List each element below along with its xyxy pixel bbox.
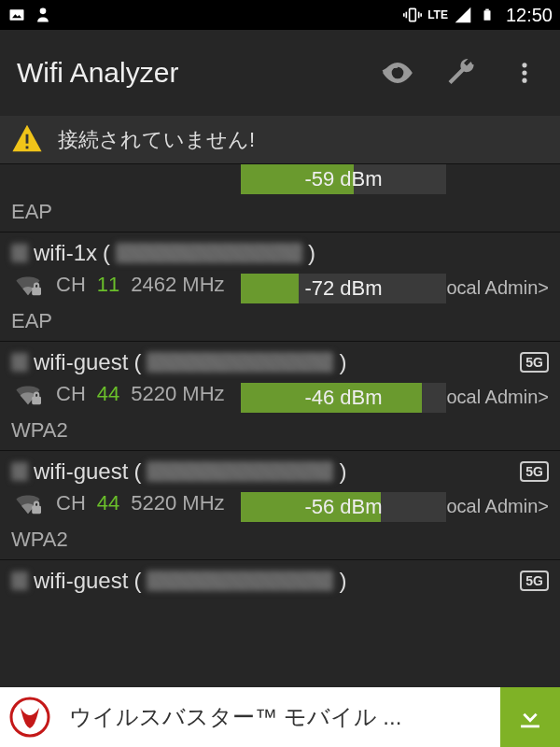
signal-bar: -72 dBm <box>241 274 446 303</box>
ch-label: CH <box>56 491 86 515</box>
network-list[interactable]: -59 dBm EAP wifi-1x () <Local Admin> CH … <box>0 164 560 687</box>
network-item[interactable]: wifi-guest () 5G <box>0 560 560 605</box>
signal-bar: -59 dBm <box>241 164 446 194</box>
ch-label: CH <box>56 273 86 297</box>
signal-bar: -56 dBm <box>241 492 446 522</box>
hidden-mac <box>116 243 302 263</box>
hidden-prefix <box>11 244 28 262</box>
security-label: EAP <box>11 200 549 224</box>
signal-dbm: -46 dBm <box>241 383 446 413</box>
hidden-prefix <box>11 353 28 372</box>
ssid-name: wifi-guest <box>34 349 128 375</box>
band-badge: 5G <box>520 352 549 373</box>
wifi-lock-icon <box>11 490 45 516</box>
signal-icon <box>454 6 472 24</box>
warning-bar: 接続されていません! <box>0 116 560 164</box>
ad-text: ウイルスバスター™ モバイル ... <box>60 702 500 732</box>
frequency: 5220 MHz <box>131 491 224 515</box>
warning-text: 接続されていません! <box>58 126 255 154</box>
svg-rect-0 <box>10 9 24 21</box>
band-badge: 5G <box>520 571 549 591</box>
ch-label: CH <box>56 382 86 406</box>
channel-number: 44 <box>97 491 119 515</box>
frequency: 5220 MHz <box>131 382 224 406</box>
svg-rect-3 <box>410 8 416 21</box>
svg-point-14 <box>522 78 526 83</box>
hidden-mac <box>147 352 333 373</box>
overflow-menu-button[interactable] <box>506 54 543 92</box>
network-item[interactable]: wifi-guest () 5G <Local Admin> CH 44 522… <box>0 342 560 451</box>
channel-number: 11 <box>97 273 119 297</box>
svg-point-13 <box>522 70 526 75</box>
svg-rect-21 <box>35 393 38 399</box>
signal-dbm: -56 dBm <box>241 492 446 522</box>
network-item[interactable]: -59 dBm EAP <box>0 164 560 233</box>
ad-banner[interactable]: ウイルスバスター™ モバイル ... <box>0 687 560 747</box>
frequency: 2462 MHz <box>131 273 224 297</box>
hidden-mac <box>147 571 333 591</box>
ad-app-icon <box>0 687 60 747</box>
svg-point-2 <box>40 8 47 15</box>
ssid-name: wifi-1x <box>34 240 97 266</box>
clock: 12:50 <box>506 5 553 26</box>
security-label: EAP <box>11 309 549 333</box>
hidden-prefix <box>11 462 28 481</box>
band-badge: 5G <box>520 461 549 482</box>
lte-label: LTE <box>427 8 448 21</box>
image-icon <box>7 6 26 24</box>
network-item[interactable]: wifi-1x () <Local Admin> CH 11 2462 MHz … <box>0 233 560 342</box>
app-bar: Wifi Analyzer <box>0 30 560 116</box>
hidden-prefix <box>11 571 28 590</box>
warning-icon <box>11 122 43 158</box>
ssid-name: wifi-guest <box>34 568 128 594</box>
vibrate-icon <box>403 6 422 24</box>
svg-rect-23 <box>35 502 38 508</box>
hidden-mac <box>147 461 333 482</box>
battery-icon <box>478 6 497 24</box>
signal-dbm: -72 dBm <box>241 274 446 303</box>
security-label: WPA2 <box>11 418 549 443</box>
ad-download-button[interactable] <box>500 687 560 747</box>
person-icon <box>34 6 52 24</box>
svg-rect-19 <box>35 284 38 289</box>
app-title: Wifi Analyzer <box>17 57 178 89</box>
svg-rect-9 <box>483 10 490 21</box>
status-bar: LTE 12:50 <box>0 0 560 30</box>
svg-rect-16 <box>26 134 29 143</box>
signal-bar: -46 dBm <box>241 383 446 413</box>
svg-marker-8 <box>455 7 471 23</box>
ssid-name: wifi-guest <box>34 458 128 485</box>
wifi-lock-icon <box>11 272 45 298</box>
wrench-button[interactable] <box>442 54 480 92</box>
wifi-lock-icon <box>11 381 45 407</box>
channel-number: 44 <box>97 382 119 406</box>
svg-point-12 <box>522 63 526 67</box>
network-item[interactable]: wifi-guest () 5G <Local Admin> CH 44 522… <box>0 451 560 560</box>
eye-button[interactable] <box>379 54 416 92</box>
svg-rect-17 <box>26 146 29 148</box>
svg-rect-10 <box>485 9 489 11</box>
security-label: WPA2 <box>11 528 549 552</box>
signal-dbm: -59 dBm <box>241 164 446 194</box>
svg-point-11 <box>395 70 400 76</box>
